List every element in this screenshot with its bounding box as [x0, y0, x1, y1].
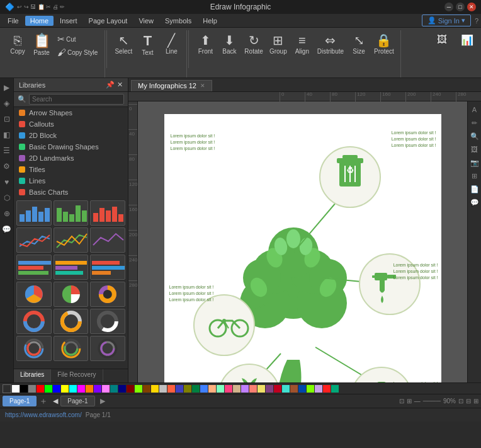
- shape-icon-1[interactable]: 🖼: [431, 33, 453, 47]
- strip-btn-5[interactable]: ☰: [0, 144, 14, 158]
- maximize-button[interactable]: □: [456, 3, 465, 11]
- color-cyan[interactable]: [69, 385, 77, 393]
- thumb-line-2[interactable]: [54, 227, 89, 253]
- strip-btn-9[interactable]: ⊕: [0, 207, 14, 221]
- color-black[interactable]: [20, 385, 28, 393]
- website-link[interactable]: https://www.edrawsoft.com/: [5, 411, 82, 418]
- color-yellow[interactable]: [61, 385, 69, 393]
- lib-item-2d-block[interactable]: 2D Block: [14, 130, 128, 141]
- color-mint[interactable]: [217, 385, 224, 393]
- color-red1[interactable]: [37, 385, 44, 393]
- color-jade[interactable]: [331, 385, 339, 393]
- lib-item-callouts[interactable]: Callouts: [14, 118, 128, 130]
- color-lavender[interactable]: [241, 385, 249, 393]
- page-nav-arrow-right[interactable]: ▶: [100, 397, 105, 405]
- color-navy[interactable]: [118, 385, 126, 393]
- color-scarlet[interactable]: [323, 385, 331, 393]
- color-crimson[interactable]: [274, 385, 281, 393]
- thumb-color-bar-1[interactable]: [16, 255, 52, 280]
- right-tool-chat[interactable]: 💬: [469, 197, 480, 208]
- status-icon-4[interactable]: ⊡: [458, 398, 463, 405]
- color-rose[interactable]: [225, 385, 232, 393]
- menu-file[interactable]: File: [3, 16, 24, 26]
- color-maroon[interactable]: [127, 385, 134, 393]
- canvas-tab-active[interactable]: My Infographics 12 ✕: [131, 80, 212, 91]
- help-icon[interactable]: ?: [475, 17, 478, 25]
- strip-btn-1[interactable]: ▶: [0, 81, 14, 95]
- select-button[interactable]: ↖ Select: [112, 33, 135, 56]
- color-forest[interactable]: [192, 385, 200, 393]
- color-sky[interactable]: [200, 385, 208, 393]
- menu-help[interactable]: Help: [198, 16, 222, 26]
- lib-item-lines[interactable]: Lines: [14, 175, 128, 187]
- color-coral[interactable]: [167, 385, 175, 393]
- status-icon-5[interactable]: ⊟: [466, 398, 471, 405]
- status-icon-2[interactable]: ⊞: [407, 398, 412, 405]
- menu-insert[interactable]: Insert: [55, 16, 82, 26]
- color-cobalt[interactable]: [298, 385, 306, 393]
- thumb-line-1[interactable]: [16, 227, 52, 253]
- color-turquoise[interactable]: [282, 385, 290, 393]
- status-icon-6[interactable]: ⊞: [473, 398, 478, 405]
- align-button[interactable]: ≡ Align: [291, 33, 314, 56]
- thumb-bar-3[interactable]: [90, 200, 125, 226]
- page-tab-1[interactable]: Page-1: [3, 396, 37, 406]
- group-button[interactable]: ⊞ Group: [267, 33, 290, 56]
- color-indigo[interactable]: [176, 385, 183, 393]
- right-tool-pencil[interactable]: ✏: [469, 117, 480, 129]
- back-button[interactable]: ⬇ Back: [218, 33, 241, 56]
- lib-item-titles[interactable]: Titles: [14, 164, 128, 175]
- size-button[interactable]: ⤡ Size: [348, 33, 370, 56]
- lib-item-2d-landmarks[interactable]: 2D Landmarks: [14, 152, 128, 164]
- thumb-pie-2[interactable]: [54, 282, 89, 307]
- fill-color-swatch[interactable]: [3, 384, 11, 393]
- canvas-page[interactable]: ♻: [164, 114, 441, 382]
- text-button[interactable]: T Text: [136, 33, 159, 57]
- thumb-donut-1[interactable]: [16, 309, 52, 334]
- right-tool-doc[interactable]: 📄: [469, 183, 480, 195]
- thumb-ring-2[interactable]: [54, 336, 89, 361]
- search-input[interactable]: [29, 94, 124, 105]
- sidebar-pin-icon[interactable]: 📌: [106, 81, 115, 89]
- color-peach[interactable]: [208, 385, 216, 393]
- strip-btn-4[interactable]: ◧: [0, 128, 14, 142]
- color-purple[interactable]: [94, 385, 101, 393]
- tab-close-icon[interactable]: ✕: [200, 83, 205, 89]
- tab-libraries[interactable]: Libraries: [14, 369, 51, 382]
- front-button[interactable]: ⬆ Front: [194, 33, 217, 56]
- thumb-color-bar-2[interactable]: [54, 255, 89, 280]
- color-tan[interactable]: [233, 385, 241, 393]
- right-tool-a[interactable]: A: [469, 104, 480, 115]
- right-tool-image[interactable]: 🖼: [469, 144, 480, 155]
- menu-page-layout[interactable]: Page Layout: [84, 16, 133, 26]
- color-sienna[interactable]: [290, 385, 298, 393]
- shape-icon-2[interactable]: 📊: [456, 33, 478, 47]
- color-khaki[interactable]: [257, 385, 265, 393]
- tab-file-recovery[interactable]: File Recovery: [51, 369, 103, 382]
- color-green1[interactable]: [45, 385, 52, 393]
- color-brown[interactable]: [143, 385, 150, 393]
- thumb-pie-1[interactable]: [16, 282, 52, 307]
- right-tool-zoom[interactable]: 🔍: [469, 130, 480, 142]
- distribute-button[interactable]: ⇔ Distribute: [315, 33, 346, 56]
- lib-item-basic-charts[interactable]: Basic Charts: [14, 187, 128, 198]
- status-icon-3[interactable]: —: [414, 398, 421, 405]
- thumb-pie-3[interactable]: [90, 282, 125, 307]
- strip-btn-3[interactable]: ⊡: [0, 112, 14, 126]
- copy-style-button[interactable]: 🖌 Copy Style: [54, 46, 101, 59]
- right-tool-grid[interactable]: ⊞: [469, 170, 480, 181]
- paste-button[interactable]: 📋 Paste: [30, 33, 53, 57]
- right-tool-photo[interactable]: 📷: [469, 157, 480, 168]
- menu-home[interactable]: Home: [25, 16, 54, 26]
- color-gold[interactable]: [151, 385, 159, 393]
- add-page-button[interactable]: ＋: [39, 396, 48, 407]
- color-teal[interactable]: [110, 385, 118, 393]
- thumb-bar-2[interactable]: [54, 200, 89, 226]
- thumb-color-bar-3[interactable]: [90, 255, 125, 280]
- rotate-button[interactable]: ↻ Rotate: [242, 33, 265, 56]
- thumb-donut-3[interactable]: [90, 309, 125, 334]
- lib-item-arrow-shapes[interactable]: Arrow Shapes: [14, 107, 128, 118]
- zoom-slider[interactable]: ────: [423, 398, 441, 405]
- thumb-line-3[interactable]: [90, 227, 125, 253]
- color-silver[interactable]: [159, 385, 167, 393]
